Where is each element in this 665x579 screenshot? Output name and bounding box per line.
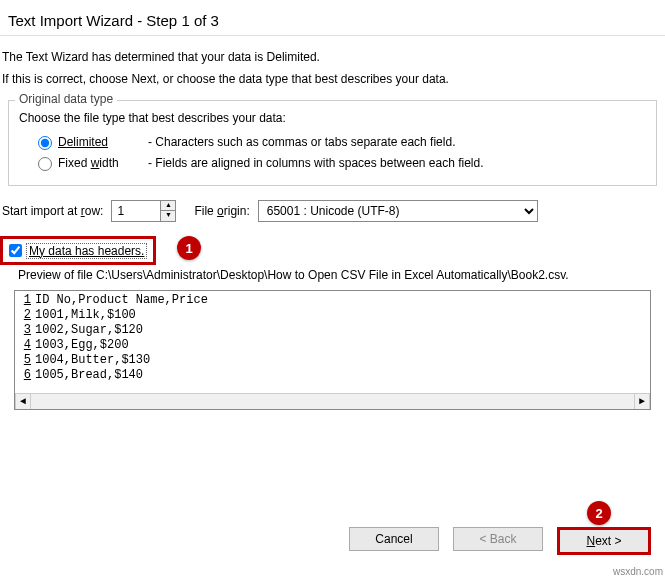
preview-row: 61005,Bread,$140	[15, 368, 650, 383]
wizard-info-1: The Text Wizard has determined that your…	[2, 50, 665, 64]
callout-2: 2	[587, 501, 611, 525]
original-data-type-group: Original data type Choose the file type …	[8, 100, 657, 186]
scroll-right-icon[interactable]: ►	[634, 394, 650, 410]
line-number: 6	[17, 368, 31, 383]
preview-row: 51004,Butter,$130	[15, 353, 650, 368]
line-number: 3	[17, 323, 31, 338]
preview-row: 31002,Sugar,$120	[15, 323, 650, 338]
fixed-width-desc: - Fields are aligned in columns with spa…	[148, 156, 484, 170]
headers-checkbox-highlight: My data has headers.	[0, 236, 156, 265]
dialog-title: Text Import Wizard - Step 1 of 3	[0, 0, 665, 36]
preview-row: 41003,Egg,$200	[15, 338, 650, 353]
delimited-radio[interactable]	[38, 136, 52, 150]
headers-checkbox[interactable]	[9, 244, 22, 257]
line-number: 4	[17, 338, 31, 353]
preview-scrollbar[interactable]: ◄ ►	[15, 393, 650, 409]
delimited-label: Delimited	[58, 135, 138, 149]
preview-label: Preview of file C:\Users\Administrator\D…	[18, 268, 665, 282]
next-button[interactable]: Next >	[557, 527, 651, 555]
line-number: 2	[17, 308, 31, 323]
headers-label[interactable]: My data has headers.	[26, 243, 147, 259]
preview-text: 1004,Butter,$130	[35, 353, 150, 368]
cancel-button[interactable]: Cancel	[349, 527, 439, 551]
back-button: < Back	[453, 527, 543, 551]
start-row-label: Start import at row:	[2, 204, 103, 218]
line-number: 5	[17, 353, 31, 368]
preview-box: 1ID No,Product Name,Price21001,Milk,$100…	[14, 290, 651, 410]
start-row-spinner[interactable]: ▲ ▼	[111, 200, 176, 222]
preview-text: 1003,Egg,$200	[35, 338, 129, 353]
preview-text: 1002,Sugar,$120	[35, 323, 143, 338]
spin-up-icon[interactable]: ▲	[161, 201, 175, 211]
callout-1: 1	[177, 236, 201, 260]
preview-text: 1001,Milk,$100	[35, 308, 136, 323]
delimited-desc: - Characters such as commas or tabs sepa…	[148, 135, 455, 149]
watermark: wsxdn.com	[613, 566, 663, 577]
spin-down-icon[interactable]: ▼	[161, 211, 175, 221]
preview-row: 21001,Milk,$100	[15, 308, 650, 323]
preview-text: 1005,Bread,$140	[35, 368, 143, 383]
line-number: 1	[17, 293, 31, 308]
fixed-width-label: Fixed width	[58, 156, 138, 170]
wizard-info-2: If this is correct, choose Next, or choo…	[2, 72, 665, 86]
preview-row: 1ID No,Product Name,Price	[15, 293, 650, 308]
fixed-width-radio[interactable]	[38, 157, 52, 171]
group-description: Choose the file type that best describes…	[19, 111, 650, 125]
start-row-input[interactable]	[112, 201, 160, 221]
scroll-left-icon[interactable]: ◄	[15, 394, 31, 410]
preview-text: ID No,Product Name,Price	[35, 293, 208, 308]
file-origin-label: File origin:	[194, 204, 249, 218]
file-origin-select[interactable]: 65001 : Unicode (UTF-8)	[258, 200, 538, 222]
group-label: Original data type	[15, 92, 117, 106]
